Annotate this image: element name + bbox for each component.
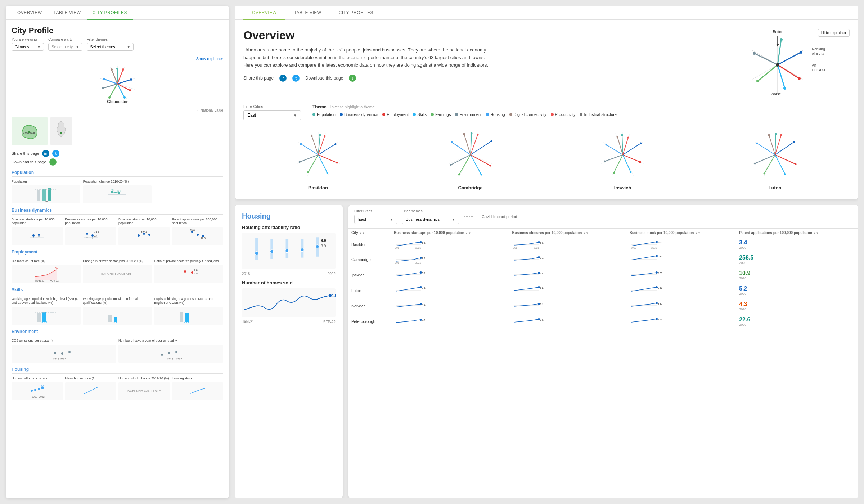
twitter-icon-right[interactable]: t xyxy=(292,75,300,82)
theme-skills[interactable]: Skills xyxy=(413,112,427,117)
theme-productivity[interactable]: Productivity xyxy=(551,112,576,117)
col-patents-header[interactable]: Patent applications per 100,000 populati… xyxy=(736,229,858,237)
theme-population[interactable]: Population xyxy=(312,112,336,117)
housing-panel-title: Housing xyxy=(242,212,336,220)
tab-overview-right[interactable]: OVERVIEW xyxy=(243,6,285,20)
claimant-chart: MAR 21 NOV 22 5.4 xyxy=(12,265,81,283)
table-row: Cambridge 29.6 2017 2021 xyxy=(348,252,858,267)
svg-line-140 xyxy=(308,155,318,172)
col-stock-header[interactable]: Business stock per 10,000 population ▲▼ xyxy=(627,229,737,237)
compare-control: Compare a city Select a city ▼ xyxy=(48,37,82,51)
theme-business[interactable]: Business dynamics xyxy=(340,112,378,117)
filter-cities-label: Filter Cities xyxy=(243,104,301,109)
show-explainer-button[interactable]: Show explainer xyxy=(196,57,223,61)
compare-select[interactable]: Select a city ▼ xyxy=(48,43,82,51)
svg-point-234 xyxy=(270,250,273,253)
linkedin-icon-right[interactable]: in xyxy=(279,75,287,82)
closures-sort-icon[interactable]: ▲▼ xyxy=(583,232,589,235)
svg-point-90 xyxy=(31,390,33,392)
col-closures-header[interactable]: Business closures per 10,000 population … xyxy=(509,229,626,237)
peterborough-patents-value: 22.6 xyxy=(739,316,750,323)
svg-point-104 xyxy=(780,38,783,41)
themes-chevron-icon: ▼ xyxy=(127,45,130,49)
theme-housing[interactable]: Housing xyxy=(486,112,505,117)
compare-chevron-icon: ▼ xyxy=(76,45,79,49)
theme-digital[interactable]: Digital connectivity xyxy=(509,112,546,117)
theme-employment[interactable]: Employment xyxy=(382,112,409,117)
svg-line-103 xyxy=(778,40,781,65)
svg-text:8.9: 8.9 xyxy=(321,244,326,248)
hide-explainer-button[interactable]: Hide explainer xyxy=(818,29,850,37)
twitter-icon[interactable]: t xyxy=(52,150,59,157)
tab-cityprofiles-left[interactable]: CITY PROFILES xyxy=(87,6,133,20)
business-theme-label: Business dynamics xyxy=(344,112,378,117)
stock-sort-icon[interactable]: ▲▼ xyxy=(695,232,701,235)
basildon-city-cell: Basildon xyxy=(348,237,391,252)
ipswich-label: Ipswich xyxy=(614,185,631,190)
table-panel: Filter Cities East ▼ Filter themes Busin… xyxy=(348,205,858,498)
startups-sort-icon[interactable]: ▲▼ xyxy=(465,232,471,235)
svg-point-106 xyxy=(800,51,802,54)
svg-text:2022: 2022 xyxy=(176,358,182,360)
homes-sold-title: Number of homes sold xyxy=(242,280,336,285)
stock-chart: 397.7 xyxy=(118,227,170,245)
svg-text:Better: Better xyxy=(773,30,783,34)
tab-overview-left[interactable]: OVERVIEW xyxy=(12,6,48,19)
svg-point-56 xyxy=(148,234,150,236)
table-cities-select[interactable]: East ▼ xyxy=(354,215,397,224)
themes-select[interactable]: Select themes ▼ xyxy=(87,43,134,51)
homes-sold-chart: 1.95k xyxy=(242,288,336,317)
peterborough-patents-year: 2020 xyxy=(739,323,855,327)
svg-point-243 xyxy=(329,294,332,297)
svg-line-105 xyxy=(778,52,801,65)
more-options-icon[interactable]: ⋯ xyxy=(840,9,847,17)
tab-cityprofiles-right[interactable]: CITY PROFILES xyxy=(330,6,382,19)
table-filter-cities: Filter Cities East ▼ xyxy=(354,209,397,224)
tab-tableview-left[interactable]: TABLE VIEW xyxy=(48,6,86,19)
patents-sort-icon[interactable]: ▲▼ xyxy=(813,232,819,235)
right-panel: OVERVIEW TABLE VIEW CITY PROFILES ⋯ Over… xyxy=(235,6,858,498)
svg-line-173 xyxy=(464,134,471,155)
skills-theme-label: Skills xyxy=(417,112,427,117)
ipswich-startups-trend: 59.3 xyxy=(394,270,426,280)
col-city-header[interactable]: City ▲▼ xyxy=(348,229,391,237)
tab-tableview-right[interactable]: TABLE VIEW xyxy=(285,6,330,19)
theme-industrial[interactable]: Industrial structure xyxy=(580,112,616,117)
svg-point-18 xyxy=(108,96,111,99)
svg-point-143 xyxy=(298,161,300,163)
svg-line-215 xyxy=(775,142,794,155)
download-icon-right[interactable]: ↓ xyxy=(349,75,356,82)
luton-spider: Luton xyxy=(700,126,850,190)
svg-text:Gloucester: Gloucester xyxy=(107,99,128,104)
closures-chart: 48.8 43.0 xyxy=(65,227,117,245)
download-icon-left[interactable]: ↓ xyxy=(49,158,57,166)
svg-text:2021: 2021 xyxy=(651,247,657,249)
peterborough-closures-trend: 35.4 xyxy=(512,316,544,326)
linkedin-icon[interactable]: in xyxy=(42,150,49,157)
business-metrics: Business start-ups per 10,000 population… xyxy=(12,217,223,245)
svg-text:359.8: 359.8 xyxy=(658,286,662,289)
svg-text:2022: 2022 xyxy=(39,396,45,398)
city-sort-icon[interactable]: ▲▼ xyxy=(359,232,365,235)
table-themes-select[interactable]: Business dynamics ▼ xyxy=(402,215,459,224)
svg-rect-70 xyxy=(37,313,41,322)
svg-text:7.8: 7.8 xyxy=(194,269,198,271)
col-startups-header[interactable]: Business start-ups per 10,000 population… xyxy=(391,229,509,237)
svg-point-110 xyxy=(783,87,786,90)
share-page-label-right: Share this page xyxy=(243,76,274,81)
table-scroll[interactable]: City ▲▼ Business start-ups per 10,000 po… xyxy=(348,229,858,497)
theme-section: Theme Hover to highlight a theme Populat… xyxy=(312,104,850,120)
left-panel: OVERVIEW TABLE VIEW CITY PROFILES City P… xyxy=(6,6,229,498)
theme-environment[interactable]: Environment xyxy=(455,112,482,117)
airquality-label: Number of days a year of poor air qualit… xyxy=(118,339,223,343)
population-change-metric: Population change 2010-20 (%) 7.5 6.9 xyxy=(83,180,152,203)
svg-point-108 xyxy=(798,77,801,80)
viewing-select[interactable]: Gloucester ▼ xyxy=(12,43,44,51)
right-bottom: Housing Housing affordability ratio 9.9 xyxy=(235,205,858,498)
viewing-label: You are viewing xyxy=(12,37,44,41)
theme-earnings[interactable]: Earnings xyxy=(431,112,451,117)
filter-cities-select[interactable]: East ▼ xyxy=(243,110,301,120)
ipswich-closures-cell: 39.0 xyxy=(509,267,626,283)
digital-theme-label: Digital connectivity xyxy=(514,112,546,117)
svg-point-218 xyxy=(795,163,796,165)
